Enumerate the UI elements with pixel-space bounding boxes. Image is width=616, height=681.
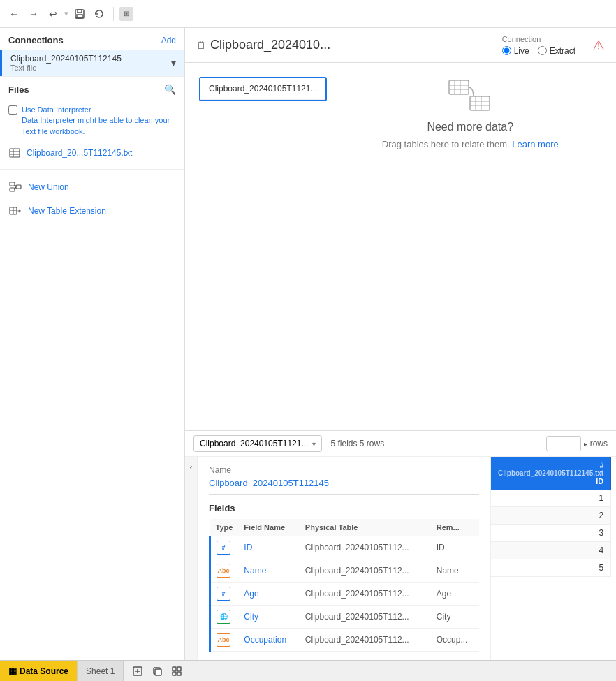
nav-back-button[interactable]: ← bbox=[6, 6, 22, 22]
file-name: Clipboard_20...5T112145.txt bbox=[27, 148, 132, 158]
data-grid: # Clipboard_20240105T112145.txt ID 12345 bbox=[491, 457, 616, 660]
svg-rect-1 bbox=[78, 10, 82, 13]
tab-data-source[interactable]: ▦ Data Source bbox=[0, 661, 78, 681]
content-header: 🗒 Clipboard_2024010... Connection Live E… bbox=[185, 28, 616, 63]
data-source-tab-label: Data Source bbox=[20, 666, 68, 676]
extract-radio[interactable]: Extract bbox=[538, 46, 575, 56]
field-row[interactable]: Abc Name Clipboard_20240105T112... Name bbox=[210, 559, 480, 583]
connection-type: Text file bbox=[10, 64, 171, 72]
svg-rect-2 bbox=[77, 15, 82, 18]
col-type-header: Type bbox=[210, 519, 239, 536]
collapse-button[interactable]: ‹ bbox=[185, 457, 198, 660]
field-row[interactable]: Abc Occupation Clipboard_20240105T112...… bbox=[210, 629, 480, 652]
rows-control: 5 ▸ rows bbox=[546, 436, 608, 451]
svg-rect-20 bbox=[470, 96, 490, 110]
col-type-icon: # bbox=[600, 462, 604, 469]
new-union-item[interactable]: New Union bbox=[0, 175, 184, 199]
svg-rect-29 bbox=[155, 669, 161, 675]
search-icon[interactable]: 🔍 bbox=[164, 84, 176, 95]
undo-separator: ▾ bbox=[64, 9, 68, 18]
nav-forward-button[interactable]: → bbox=[25, 6, 42, 22]
grid-row: 1 bbox=[491, 490, 611, 507]
tab-sheet1[interactable]: Sheet 1 bbox=[78, 661, 124, 681]
field-row[interactable]: 🌐 City Clipboard_20240105T112... City bbox=[210, 606, 480, 629]
connections-header: Connections Add bbox=[0, 28, 184, 50]
new-dashboard-icon[interactable] bbox=[168, 663, 185, 680]
data-panel: Clipboard_20240105T1121... ▾ 5 fields 5 … bbox=[185, 430, 616, 660]
undo-button[interactable]: ↩ bbox=[45, 6, 61, 22]
field-table-cell: Clipboard_20240105T112... bbox=[300, 629, 431, 652]
files-title: Files bbox=[8, 85, 29, 95]
content-title-text: Clipboard_2024010... bbox=[210, 38, 330, 52]
field-row[interactable]: # ID Clipboard_20240105T112... ID bbox=[210, 536, 480, 559]
field-type-cell: Abc bbox=[210, 559, 239, 583]
field-table-cell: Clipboard_20240105T112... bbox=[300, 536, 431, 559]
need-more-desc-text: Drag tables here to relate them. bbox=[382, 139, 510, 149]
data-interpreter-text: Use Data Interpreter Data Interpreter mi… bbox=[22, 105, 176, 137]
datasource-icon: 🗒 bbox=[196, 40, 206, 51]
canvas-area: Clipboard_20240105T1121... bbox=[185, 63, 616, 430]
table-selector[interactable]: Clipboard_20240105T1121... ▾ bbox=[193, 435, 322, 452]
need-more-desc: Drag tables here to relate them. Learn m… bbox=[382, 139, 559, 149]
table-card[interactable]: Clipboard_20240105T1121... bbox=[199, 77, 327, 101]
grid-cell: 5 bbox=[491, 559, 611, 577]
field-name-cell: Name bbox=[238, 559, 299, 583]
need-more-data: Need more data? Drag tables here to rela… bbox=[338, 77, 602, 149]
files-header: Files 🔍 bbox=[0, 76, 184, 99]
data-interpreter-section: Use Data Interpreter Data Interpreter mi… bbox=[0, 99, 184, 142]
bottom-tabs: ▦ Data Source Sheet 1 bbox=[0, 660, 616, 681]
col-source-name: Clipboard_20240105T112145.txt bbox=[498, 469, 603, 477]
new-table-extension-label: New Table Extension bbox=[28, 206, 106, 216]
toolbar-divider bbox=[113, 7, 114, 21]
content-title-area: 🗒 Clipboard_2024010... bbox=[196, 38, 491, 52]
radio-group: Live Extract bbox=[502, 46, 575, 56]
new-union-label: New Union bbox=[28, 182, 69, 192]
field-type-cell: 🌐 bbox=[210, 606, 239, 629]
need-more-icon bbox=[446, 77, 494, 115]
field-remap-cell: City bbox=[431, 606, 479, 629]
rows-input[interactable]: 5 bbox=[546, 436, 581, 451]
grid-cell: 4 bbox=[491, 542, 611, 559]
data-interpreter-checkbox[interactable] bbox=[8, 105, 17, 115]
field-table-cell: Clipboard_20240105T112... bbox=[300, 583, 431, 606]
svg-rect-32 bbox=[173, 672, 176, 675]
col-physical-table-header: Physical Table bbox=[300, 519, 431, 536]
sheet1-tab-label: Sheet 1 bbox=[86, 666, 115, 676]
field-name-cell: ID bbox=[238, 536, 299, 559]
name-value: Clipboard_20240105T112145 bbox=[209, 478, 479, 495]
data-interpreter-label[interactable]: Use Data Interpreter Data Interpreter mi… bbox=[8, 105, 176, 137]
table-canvas: Clipboard_20240105T1121... bbox=[185, 63, 616, 430]
field-row[interactable]: # Age Clipboard_20240105T112... Age bbox=[210, 583, 480, 606]
data-panel-toolbar: Clipboard_20240105T1121... ▾ 5 fields 5 … bbox=[185, 431, 616, 457]
warning-icon: ⚠ bbox=[592, 37, 605, 54]
file-item[interactable]: Clipboard_20...5T112145.txt bbox=[0, 142, 184, 163]
sidebar: Connections Add Clipboard_20240105T11214… bbox=[0, 28, 185, 660]
grid-cell: 2 bbox=[491, 507, 611, 525]
save-button[interactable] bbox=[71, 6, 88, 22]
grid-row: 4 bbox=[491, 542, 611, 559]
connection-dropdown-icon[interactable]: ▾ bbox=[171, 57, 176, 68]
refresh-button[interactable] bbox=[91, 6, 108, 22]
metadata-panel: Name Clipboard_20240105T112145 Fields Ty… bbox=[198, 457, 491, 660]
duplicate-sheet-icon[interactable] bbox=[149, 663, 166, 680]
table-selector-arrow-icon: ▾ bbox=[312, 440, 316, 448]
new-table-extension-item[interactable]: New Table Extension bbox=[0, 199, 184, 223]
add-new-sheet-icon[interactable] bbox=[129, 663, 146, 680]
grid-row: 2 bbox=[491, 507, 611, 525]
main-area: Connections Add Clipboard_20240105T11214… bbox=[0, 28, 616, 660]
learn-more-link[interactable]: Learn more bbox=[512, 139, 558, 149]
live-radio[interactable]: Live bbox=[502, 46, 529, 56]
svg-rect-33 bbox=[177, 672, 181, 675]
field-type-cell: # bbox=[210, 536, 239, 559]
tab-add-icons bbox=[124, 661, 191, 681]
connection-item[interactable]: Clipboard_20240105T112145 Text file ▾ bbox=[0, 50, 184, 76]
svg-rect-9 bbox=[16, 185, 21, 189]
col-remap-header: Rem... bbox=[431, 519, 479, 536]
rows-arrow-icon: ▸ bbox=[584, 440, 587, 448]
grid-row: 5 bbox=[491, 559, 611, 577]
fields-section-title: Fields bbox=[209, 503, 479, 513]
table-selector-name: Clipboard_20240105T1121... bbox=[200, 439, 308, 448]
field-remap-cell: Name bbox=[431, 559, 479, 583]
field-remap-cell: Occup... bbox=[431, 629, 479, 652]
add-connection-button[interactable]: Add bbox=[161, 36, 176, 45]
